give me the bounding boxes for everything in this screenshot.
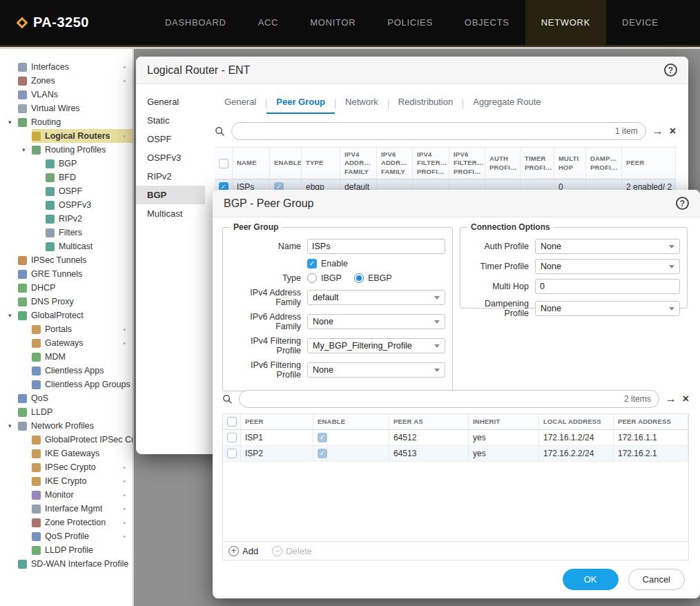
chevron-down-icon[interactable]: ▾ <box>22 146 32 153</box>
sidebar-item-multicast[interactable]: Multicast <box>0 240 133 253</box>
column-header-multi-hop[interactable]: MULTI HOP <box>554 148 586 179</box>
tab-aggregate-route[interactable]: Aggregate Route <box>463 94 550 114</box>
table-row-isp1[interactable]: ISP164512yes172.16.1.2/24172.16.1.1 <box>223 430 688 446</box>
router-menu-bgp[interactable]: BGP <box>136 186 205 204</box>
nav-tab-policies[interactable]: POLICIES <box>371 0 449 45</box>
sidebar-item-lldp[interactable]: LLDP <box>0 405 133 419</box>
ok-button[interactable]: OK <box>563 569 619 590</box>
tab-peer-group[interactable]: Peer Group <box>266 94 335 114</box>
column-header-enable[interactable]: ENABLE <box>270 148 302 179</box>
sidebar-item-interface-mgmt[interactable]: Interface Mgmt• <box>0 502 133 516</box>
sidebar-item-ipsec-crypto[interactable]: IPSec Crypto• <box>0 460 133 474</box>
nav-tab-network[interactable]: NETWORK <box>525 0 606 45</box>
tab-network[interactable]: Network <box>336 94 388 114</box>
ipv6-address-family-select[interactable]: None <box>307 314 445 329</box>
column-header-local-address[interactable]: LOCAL ADDRESS <box>539 414 614 429</box>
multi-hop-input[interactable] <box>535 279 680 294</box>
chevron-down-icon[interactable]: ▾ <box>8 119 18 126</box>
tab-general[interactable]: General <box>215 94 266 114</box>
sidebar-item-clientless-apps[interactable]: Clientless Apps <box>0 364 133 378</box>
sidebar-item-qos-profile[interactable]: QoS Profile• <box>0 529 133 543</box>
sidebar-item-routing-profiles[interactable]: ▾Routing Profiles <box>0 143 133 157</box>
sidebar-item-logical-routers[interactable]: Logical Routers• <box>0 129 133 143</box>
help-icon[interactable]: ? <box>676 197 689 210</box>
timer-profile-select[interactable]: None <box>535 259 680 274</box>
delete-button[interactable]: − Delete <box>272 546 312 556</box>
sidebar-item-globalprotect-ipsec-crypto[interactable]: GlobalProtect IPSec Crypto <box>0 433 133 447</box>
filter-clear-icon[interactable]: × <box>670 126 676 137</box>
nav-tab-acc[interactable]: ACC <box>242 0 295 45</box>
router-menu-multicast[interactable]: Multicast <box>136 204 205 223</box>
select-all-checkbox[interactable] <box>219 159 229 168</box>
dampening-profile-select[interactable]: None <box>535 301 680 316</box>
sidebar-item-bfd[interactable]: BFD <box>0 170 133 184</box>
sidebar-item-portals[interactable]: Portals• <box>0 322 133 336</box>
enable-checkbox[interactable] <box>318 449 327 458</box>
column-header-ipv4-family[interactable]: IPV4 ADDR… FAMILY <box>340 148 377 179</box>
column-header-inherit[interactable]: INHERIT <box>469 414 539 429</box>
sidebar-item-routing[interactable]: ▾Routing <box>0 115 133 129</box>
enable-checkbox[interactable] <box>318 433 327 442</box>
sidebar-item-ripv2[interactable]: RIPv2 <box>0 212 133 226</box>
column-header-name[interactable]: NAME <box>233 148 270 179</box>
sidebar-item-sd-wan-interface-profile[interactable]: SD-WAN Interface Profile <box>0 557 133 571</box>
sidebar-item-vlans[interactable]: VLANs <box>0 88 133 101</box>
column-header-peer[interactable]: PEER <box>241 414 313 429</box>
enable-checkbox[interactable] <box>307 259 317 268</box>
sidebar-item-monitor[interactable]: Monitor• <box>0 488 133 502</box>
row-select-checkbox[interactable] <box>227 449 237 458</box>
router-menu-ospfv3[interactable]: OSPFv3 <box>136 148 205 167</box>
sidebar-item-zone-protection[interactable]: Zone Protection• <box>0 516 133 529</box>
nav-tab-dashboard[interactable]: DASHBOARD <box>149 0 242 45</box>
ipv6-filtering-profile-select[interactable]: None <box>307 362 445 378</box>
sidebar-item-ospfv3[interactable]: OSPFv3 <box>0 198 133 212</box>
sidebar-item-qos[interactable]: QoS <box>0 391 133 405</box>
ebgp-radio[interactable] <box>354 273 364 283</box>
sidebar-item-zones[interactable]: Zones• <box>0 74 133 88</box>
column-header-peer-as[interactable]: PEER AS <box>389 414 469 429</box>
filter-apply-icon[interactable]: → <box>652 126 663 137</box>
column-header-ipv6-filtering[interactable]: IPV6 FILTER… PROFI… <box>449 148 485 179</box>
column-header-type[interactable]: TYPE <box>302 148 340 179</box>
nav-tab-device[interactable]: DEVICE <box>606 0 674 45</box>
filter-clear-icon[interactable]: × <box>683 393 689 404</box>
filter-apply-icon[interactable]: → <box>665 393 677 404</box>
column-header-ipv6-family[interactable]: IPV6 ADDR… FAMILY <box>377 148 413 179</box>
sidebar-item-filters[interactable]: Filters <box>0 226 133 240</box>
tab-redistribution[interactable]: Redistribution <box>389 94 463 114</box>
column-header-timer[interactable]: TIMER PROFI… <box>521 148 554 179</box>
sidebar-item-ipsec-tunnels[interactable]: IPSec Tunnels <box>0 253 133 267</box>
sidebar-item-dhcp[interactable]: DHCP <box>0 281 133 295</box>
column-header-peer[interactable]: PEER <box>622 148 676 179</box>
cancel-button[interactable]: Cancel <box>628 569 685 590</box>
router-menu-ospf[interactable]: OSPF <box>136 130 205 148</box>
router-menu-general[interactable]: General <box>136 92 205 111</box>
ipv4-address-family-select[interactable]: default <box>307 290 445 305</box>
column-header-dampening[interactable]: DAMP… PROFI… <box>586 148 622 179</box>
sidebar-item-network-profiles[interactable]: ▾Network Profiles <box>0 419 133 433</box>
column-header-enable[interactable]: ENABLE <box>313 414 389 429</box>
help-icon[interactable]: ? <box>664 63 677 77</box>
sidebar-item-ike-gateways[interactable]: IKE Gateways <box>0 447 133 460</box>
table-row-isp2[interactable]: ISP264513yes172.16.2.2/24172.16.2.1 <box>223 446 688 462</box>
add-button[interactable]: + Add <box>229 546 258 556</box>
sidebar-item-gateways[interactable]: Gateways• <box>0 336 133 350</box>
sidebar-item-dns-proxy[interactable]: DNS Proxy <box>0 295 133 309</box>
select-all-checkbox[interactable] <box>227 417 237 427</box>
peers-search-input[interactable] <box>247 394 624 404</box>
auth-profile-select[interactable]: None <box>535 239 680 254</box>
nav-tab-objects[interactable]: OBJECTS <box>449 0 525 45</box>
column-header-auth[interactable]: AUTH PROFI… <box>485 148 521 179</box>
router-menu-static[interactable]: Static <box>136 111 205 130</box>
sidebar-item-virtual-wires[interactable]: Virtual Wires <box>0 101 133 115</box>
sidebar-item-bgp[interactable]: BGP <box>0 157 133 170</box>
column-header-peer-address[interactable]: PEER ADDRESS <box>614 414 688 429</box>
sidebar-item-ospf[interactable]: OSPF <box>0 184 133 198</box>
sidebar-item-clientless-app-groups[interactable]: Clientless App Groups <box>0 378 133 391</box>
column-header-ipv4-filtering[interactable]: IPV4 FILTER… PROFI… <box>413 148 449 179</box>
sidebar-item-mdm[interactable]: MDM <box>0 350 133 364</box>
sidebar-item-globalprotect[interactable]: ▾GlobalProtect <box>0 309 133 322</box>
name-input[interactable] <box>307 239 445 254</box>
chevron-down-icon[interactable]: ▾ <box>8 312 18 319</box>
sidebar-item-interfaces[interactable]: Interfaces• <box>0 60 133 74</box>
